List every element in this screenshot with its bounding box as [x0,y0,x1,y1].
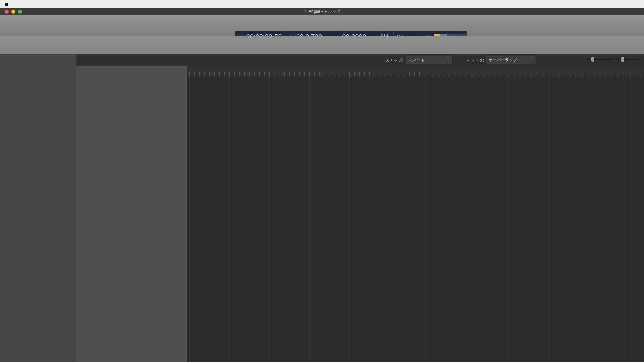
track-header-panel [76,66,187,362]
control-bar: 00:00:08:29.58 0004 1 000 0068 2 720 006… [0,15,644,37]
inspector-panel [0,54,77,362]
horizontal-zoom-slider[interactable] [616,59,641,60]
snap-dropdown[interactable]: スマート⌃⌄ [405,56,452,64]
document-icon: ▢ [304,10,307,13]
minimize-window-button[interactable] [11,10,15,14]
vertical-zoom-slider[interactable] [587,59,613,60]
apple-menu-icon[interactable] [5,2,9,6]
drag-dropdown[interactable]: オーバーラップ⌃⌄ [486,56,536,64]
customize-toolbar [0,36,644,55]
zoom-window-button[interactable] [18,10,22,14]
window-title: Angae - トラック [309,9,341,14]
window-title-bar[interactable]: ▢ Angae - トラック [0,8,644,15]
bar-ruler[interactable] [187,66,644,76]
logic-pro-window: ▢ Angae - トラック 00:00:08:29.58 0004 1 000… [0,0,644,362]
tracks-area-menu-bar: スナップ: スマート⌃⌄ ドラッグ: オーバーラップ⌃⌄ [0,54,644,67]
snap-label: スナップ: [385,54,403,66]
tracks-arrange-area[interactable] [187,76,644,362]
drag-label: ドラッグ: [466,54,484,66]
macos-menu-bar [0,0,644,8]
close-window-button[interactable] [5,10,9,14]
